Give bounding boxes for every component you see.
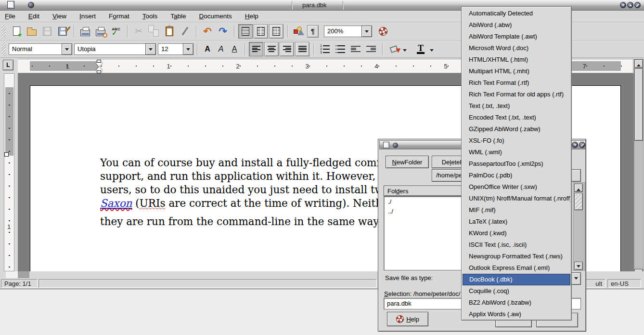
italic-button[interactable]: A [215, 42, 227, 56]
dialog-minimize-button[interactable] [572, 142, 578, 148]
font-color-dropdown-arrow[interactable] [430, 49, 434, 54]
format-option-selected[interactable]: DocBook (.dbk) [463, 274, 570, 285]
format-option[interactable]: Outlook Express Email (.eml) [463, 262, 570, 274]
toolbar-grip[interactable] [1, 42, 6, 56]
format-option[interactable]: HTML/XHTML (.html) [463, 54, 570, 66]
view-2-columns-button[interactable] [254, 24, 268, 39]
menu-item-file[interactable]: File [5, 13, 15, 20]
format-option[interactable]: Coquille (.coq) [463, 285, 570, 297]
new-document-button[interactable]: + [9, 24, 24, 39]
align-right-button[interactable] [280, 42, 294, 56]
file-type-dropdown-arrow[interactable] [571, 273, 581, 284]
format-option[interactable]: LaTeX (.latex) [463, 216, 570, 228]
font-size-combobox[interactable]: 12 [158, 43, 193, 55]
menu-item-documents[interactable]: Documents [199, 13, 232, 20]
vertical-scrollbar-thumb[interactable] [634, 68, 643, 141]
bullet-list-button[interactable]: ••• [333, 42, 348, 56]
vertical-ruler[interactable]: 1 [4, 73, 14, 271]
numbered-list-button[interactable]: 123 [318, 42, 332, 56]
files-scrollbar-thumb[interactable] [574, 193, 583, 210]
menu-item-help[interactable]: Help [245, 13, 258, 20]
toolbar-grip[interactable] [1, 25, 6, 38]
spell-check-button[interactable]: ABC✓ [109, 24, 123, 39]
undo-button[interactable]: ↶ [200, 24, 215, 39]
scroll-up-button[interactable] [634, 59, 643, 68]
maximize-button[interactable] [627, 2, 633, 8]
view-3-columns-button[interactable] [269, 24, 283, 39]
zoom-value[interactable]: 200% [324, 26, 361, 37]
open-button[interactable] [25, 24, 39, 39]
align-justify-button[interactable] [295, 42, 309, 56]
menu-item-tools[interactable]: Tools [142, 13, 158, 20]
menu-item-table[interactable]: Table [170, 13, 186, 20]
format-painter-button[interactable] [178, 24, 192, 39]
top-margin-marker[interactable] [4, 152, 9, 157]
highlight-color-dropdown-arrow[interactable] [403, 49, 407, 54]
format-option[interactable]: OpenOffice Writer (.sxw) [463, 181, 570, 193]
zoom-dropdown-arrow[interactable] [361, 26, 372, 37]
close-button[interactable] [634, 2, 641, 8]
format-option[interactable]: AbiWord Template (.awt) [463, 31, 570, 42]
format-option[interactable]: Text (.txt, .text) [463, 100, 570, 112]
format-option[interactable]: ISCII Text (.isc, .iscii) [463, 239, 570, 251]
format-option[interactable]: Newsgroup Formatted Text (.nws) [463, 251, 570, 262]
bold-button[interactable]: A [201, 42, 214, 56]
menu-item-edit[interactable]: Edit [28, 13, 39, 20]
dialog-window-menu-button[interactable] [393, 143, 398, 148]
format-option[interactable]: GZipped AbiWord (.zabw) [463, 123, 570, 135]
font-combobox[interactable]: Utopia [74, 43, 156, 55]
horizontal-scrollbar-thumb[interactable] [18, 271, 29, 278]
format-option[interactable]: Multipart HTML (.mht) [463, 66, 570, 77]
insert-symbol-button[interactable] [292, 24, 306, 39]
format-option[interactable]: Microsoft Word (.doc) [463, 42, 570, 54]
format-option[interactable]: BZ2 AbiWord (.bzabw) [463, 297, 570, 308]
highlight-color-button[interactable] [386, 42, 401, 56]
style-value[interactable]: Normal [9, 43, 62, 55]
format-option[interactable]: XSL-FO (.fo) [463, 135, 570, 147]
decrease-indent-button[interactable] [348, 42, 363, 56]
document-text[interactable]: You can of course buy and install a full… [100, 156, 388, 228]
view-1-column-button[interactable] [238, 24, 253, 39]
minimize-button[interactable] [620, 2, 626, 8]
font-value[interactable]: Utopia [74, 43, 145, 55]
font-size-value[interactable]: 12 [158, 43, 183, 55]
format-option[interactable]: Applix Words (.aw) [463, 308, 570, 320]
indent-marker-bottom[interactable] [96, 63, 103, 71]
align-center-button[interactable] [264, 42, 279, 56]
dialog-close-button[interactable] [579, 142, 585, 148]
new-folder-button[interactable]: New Folder [386, 156, 429, 168]
font-color-button[interactable]: T [413, 42, 428, 56]
align-left-button[interactable] [249, 42, 263, 56]
font-size-dropdown-arrow[interactable] [183, 43, 193, 55]
format-option[interactable]: Automatically Detected [463, 8, 570, 19]
format-option[interactable]: UNIX(tm) Nroff/Manual format (.nroff) [463, 193, 570, 204]
vertical-scrollbar[interactable] [634, 59, 644, 278]
increase-indent-button[interactable] [364, 42, 378, 56]
format-option[interactable]: Encoded Text (.txt, .text) [463, 112, 570, 123]
underline-button[interactable]: A [228, 42, 241, 56]
paste-button[interactable] [162, 24, 177, 39]
show-formatting-marks-button[interactable]: ¶ [307, 25, 319, 38]
menu-item-insert[interactable]: Insert [79, 13, 96, 20]
font-dropdown-arrow[interactable] [145, 43, 156, 55]
hyperlink[interactable]: Saxon [100, 197, 132, 209]
format-option[interactable]: Rich Text Format for old apps (.rtf) [463, 89, 570, 100]
language-indicator[interactable]: en-US [607, 279, 641, 288]
format-option[interactable]: MIF (.mif) [463, 204, 570, 216]
format-option[interactable]: Rich Text Format (.rtf) [463, 77, 570, 89]
dialog-help-button[interactable]: Help [387, 312, 428, 326]
print-preview-button[interactable] [93, 24, 108, 39]
menu-item-view[interactable]: View [52, 13, 66, 20]
format-option[interactable]: WML (.wml) [463, 147, 570, 158]
format-option[interactable]: PassepartoutToo (.xml2ps) [463, 158, 570, 170]
help-button[interactable] [376, 24, 390, 39]
zoom-combobox[interactable]: 200% [324, 26, 372, 37]
print-button[interactable] [78, 24, 92, 39]
tab-selector-button[interactable]: L [3, 60, 13, 70]
left-indent-marker[interactable] [97, 70, 101, 73]
style-combobox[interactable]: Normal [9, 43, 72, 55]
format-option[interactable]: KWord (.kwd) [463, 228, 570, 239]
menu-item-format[interactable]: Format [109, 13, 129, 20]
files-scroll-up-button[interactable] [574, 184, 583, 192]
redo-button[interactable]: ↷ [216, 24, 230, 39]
